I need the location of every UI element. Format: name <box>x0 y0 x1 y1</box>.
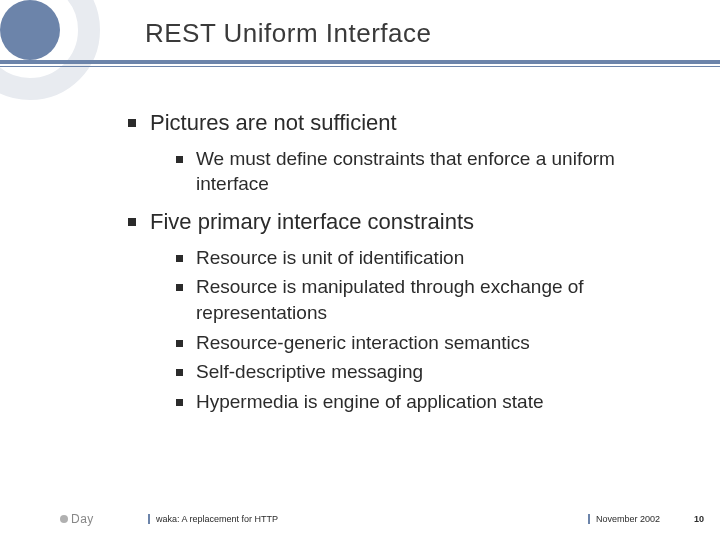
bullet-lvl2: Self-descriptive messaging <box>174 359 690 385</box>
bullet-text: Five primary interface constraints <box>150 209 474 234</box>
bullet-lvl2: Resource-generic interaction semantics <box>174 330 690 356</box>
bullet-lvl1: Pictures are not sufficient We must defi… <box>124 108 690 197</box>
logo-dot-icon <box>60 515 68 523</box>
bullet-lvl2: We must define constraints that enforce … <box>174 146 690 197</box>
bullet-lvl2: Resource is unit of identification <box>174 245 690 271</box>
footer-date: November 2002 <box>588 514 660 524</box>
slide-footer: Day waka: A replacement for HTTP Novembe… <box>0 506 720 526</box>
corner-graphic <box>0 0 100 100</box>
title-underline <box>0 60 720 70</box>
bullet-lvl2: Hypermedia is engine of application stat… <box>174 389 690 415</box>
page-number: 10 <box>694 514 704 524</box>
bullet-lvl2: Resource is manipulated through exchange… <box>174 274 690 325</box>
company-logo: Day <box>60 512 94 526</box>
bullet-lvl1: Five primary interface constraints Resou… <box>124 207 690 415</box>
footer-subtitle: waka: A replacement for HTTP <box>148 514 278 524</box>
slide-title: REST Uniform Interface <box>145 18 432 49</box>
logo-text: Day <box>71 512 94 526</box>
slide-body: Pictures are not sufficient We must defi… <box>124 108 690 425</box>
bullet-text: Pictures are not sufficient <box>150 110 397 135</box>
